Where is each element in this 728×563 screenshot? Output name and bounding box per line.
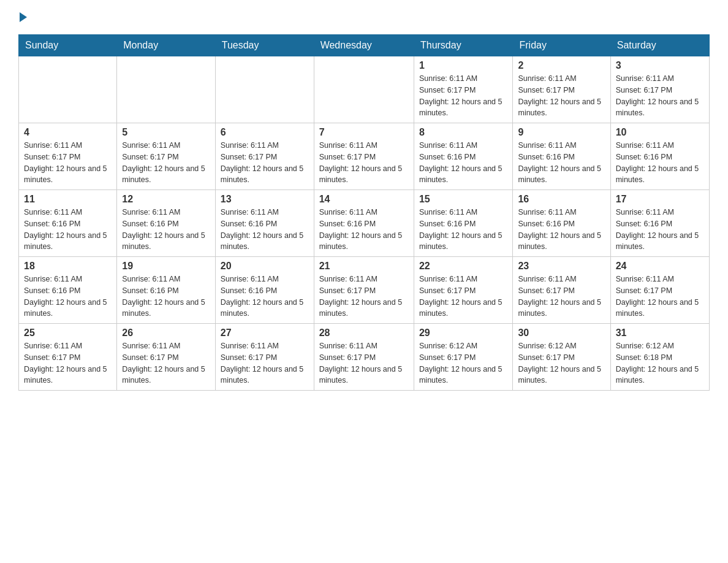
day-info: Sunrise: 6:11 AMSunset: 6:16 PMDaylight:… — [122, 207, 210, 253]
calendar-cell: 17Sunrise: 6:11 AMSunset: 6:16 PMDayligh… — [610, 190, 709, 257]
day-number: 18 — [24, 261, 112, 272]
day-number: 7 — [319, 127, 409, 138]
calendar-cell: 7Sunrise: 6:11 AMSunset: 6:17 PMDaylight… — [314, 123, 414, 190]
day-info: Sunrise: 6:12 AMSunset: 6:17 PMDaylight:… — [518, 340, 605, 386]
day-info: Sunrise: 6:11 AMSunset: 6:16 PMDaylight:… — [518, 207, 605, 253]
day-number: 2 — [518, 60, 605, 71]
day-info: Sunrise: 6:11 AMSunset: 6:17 PMDaylight:… — [122, 140, 210, 186]
day-number: 15 — [419, 194, 508, 205]
calendar-cell — [314, 56, 414, 123]
calendar-week-row: 11Sunrise: 6:11 AMSunset: 6:16 PMDayligh… — [19, 190, 710, 257]
weekday-tuesday: Tuesday — [215, 35, 314, 56]
day-number: 6 — [221, 127, 309, 138]
calendar-cell: 4Sunrise: 6:11 AMSunset: 6:17 PMDaylight… — [19, 123, 117, 190]
calendar-cell: 5Sunrise: 6:11 AMSunset: 6:17 PMDaylight… — [117, 123, 216, 190]
day-info: Sunrise: 6:11 AMSunset: 6:17 PMDaylight:… — [122, 340, 210, 386]
calendar-cell: 25Sunrise: 6:11 AMSunset: 6:17 PMDayligh… — [19, 324, 117, 391]
day-info: Sunrise: 6:11 AMSunset: 6:16 PMDaylight:… — [122, 274, 210, 320]
calendar-cell: 20Sunrise: 6:11 AMSunset: 6:16 PMDayligh… — [215, 257, 314, 324]
day-number: 13 — [221, 194, 309, 205]
day-number: 14 — [319, 194, 409, 205]
day-info: Sunrise: 6:11 AMSunset: 6:17 PMDaylight:… — [24, 140, 112, 186]
day-number: 23 — [518, 261, 605, 272]
calendar-cell: 28Sunrise: 6:11 AMSunset: 6:17 PMDayligh… — [314, 324, 414, 391]
day-number: 29 — [419, 327, 508, 339]
day-info: Sunrise: 6:11 AMSunset: 6:17 PMDaylight:… — [518, 73, 605, 119]
calendar-cell: 27Sunrise: 6:11 AMSunset: 6:17 PMDayligh… — [215, 324, 314, 391]
day-number: 25 — [24, 327, 112, 339]
calendar-cell: 12Sunrise: 6:11 AMSunset: 6:16 PMDayligh… — [117, 190, 216, 257]
day-info: Sunrise: 6:11 AMSunset: 6:16 PMDaylight:… — [419, 207, 508, 253]
day-info: Sunrise: 6:11 AMSunset: 6:16 PMDaylight:… — [24, 207, 112, 253]
calendar-cell: 9Sunrise: 6:11 AMSunset: 6:16 PMDaylight… — [513, 123, 610, 190]
day-info: Sunrise: 6:11 AMSunset: 6:16 PMDaylight:… — [518, 140, 605, 186]
weekday-saturday: Saturday — [610, 35, 709, 56]
calendar-cell: 16Sunrise: 6:11 AMSunset: 6:16 PMDayligh… — [513, 190, 610, 257]
day-number: 27 — [221, 327, 309, 339]
day-number: 4 — [24, 127, 112, 138]
day-info: Sunrise: 6:11 AMSunset: 6:17 PMDaylight:… — [616, 73, 704, 119]
day-info: Sunrise: 6:11 AMSunset: 6:17 PMDaylight:… — [221, 140, 309, 186]
calendar-cell: 30Sunrise: 6:12 AMSunset: 6:17 PMDayligh… — [513, 324, 610, 391]
day-info: Sunrise: 6:11 AMSunset: 6:16 PMDaylight:… — [616, 207, 704, 253]
day-number: 28 — [319, 327, 409, 339]
day-number: 20 — [221, 261, 309, 272]
calendar-cell: 14Sunrise: 6:11 AMSunset: 6:16 PMDayligh… — [314, 190, 414, 257]
calendar-cell — [117, 56, 216, 123]
calendar-cell: 15Sunrise: 6:11 AMSunset: 6:16 PMDayligh… — [414, 190, 513, 257]
day-info: Sunrise: 6:11 AMSunset: 6:17 PMDaylight:… — [24, 340, 112, 386]
day-number: 16 — [518, 194, 605, 205]
calendar-cell: 2Sunrise: 6:11 AMSunset: 6:17 PMDaylight… — [513, 56, 610, 123]
weekday-thursday: Thursday — [414, 35, 513, 56]
day-info: Sunrise: 6:11 AMSunset: 6:17 PMDaylight:… — [319, 140, 409, 186]
logo-arrow-icon — [20, 12, 27, 22]
day-number: 10 — [616, 127, 704, 138]
logo — [18, 12, 28, 22]
day-info: Sunrise: 6:11 AMSunset: 6:17 PMDaylight:… — [518, 274, 605, 320]
calendar-cell: 26Sunrise: 6:11 AMSunset: 6:17 PMDayligh… — [117, 324, 216, 391]
calendar-cell: 10Sunrise: 6:11 AMSunset: 6:16 PMDayligh… — [610, 123, 709, 190]
weekday-sunday: Sunday — [19, 35, 117, 56]
weekday-wednesday: Wednesday — [314, 35, 414, 56]
calendar-cell: 29Sunrise: 6:12 AMSunset: 6:17 PMDayligh… — [414, 324, 513, 391]
day-number: 24 — [616, 261, 704, 272]
day-number: 22 — [419, 261, 508, 272]
day-number: 17 — [616, 194, 704, 205]
calendar-cell: 6Sunrise: 6:11 AMSunset: 6:17 PMDaylight… — [215, 123, 314, 190]
weekday-monday: Monday — [117, 35, 216, 56]
calendar-cell — [19, 56, 117, 123]
calendar-cell: 19Sunrise: 6:11 AMSunset: 6:16 PMDayligh… — [117, 257, 216, 324]
calendar-cell: 3Sunrise: 6:11 AMSunset: 6:17 PMDaylight… — [610, 56, 709, 123]
day-number: 8 — [419, 127, 508, 138]
calendar-week-row: 4Sunrise: 6:11 AMSunset: 6:17 PMDaylight… — [19, 123, 710, 190]
calendar-cell: 1Sunrise: 6:11 AMSunset: 6:17 PMDaylight… — [414, 56, 513, 123]
day-number: 31 — [616, 327, 704, 339]
page-header — [18, 12, 710, 22]
day-info: Sunrise: 6:11 AMSunset: 6:16 PMDaylight:… — [319, 207, 409, 253]
calendar-week-row: 25Sunrise: 6:11 AMSunset: 6:17 PMDayligh… — [19, 324, 710, 391]
calendar-week-row: 1Sunrise: 6:11 AMSunset: 6:17 PMDaylight… — [19, 56, 710, 123]
day-info: Sunrise: 6:11 AMSunset: 6:17 PMDaylight:… — [419, 274, 508, 320]
day-info: Sunrise: 6:11 AMSunset: 6:17 PMDaylight:… — [221, 340, 309, 386]
day-number: 5 — [122, 127, 210, 138]
day-number: 21 — [319, 261, 409, 272]
day-info: Sunrise: 6:11 AMSunset: 6:17 PMDaylight:… — [616, 274, 704, 320]
day-info: Sunrise: 6:11 AMSunset: 6:16 PMDaylight:… — [24, 274, 112, 320]
day-number: 30 — [518, 327, 605, 339]
day-info: Sunrise: 6:12 AMSunset: 6:18 PMDaylight:… — [616, 340, 704, 386]
calendar-table: SundayMondayTuesdayWednesdayThursdayFrid… — [18, 34, 710, 391]
day-info: Sunrise: 6:11 AMSunset: 6:17 PMDaylight:… — [319, 274, 409, 320]
calendar-cell: 18Sunrise: 6:11 AMSunset: 6:16 PMDayligh… — [19, 257, 117, 324]
day-number: 3 — [616, 60, 704, 71]
calendar-cell: 31Sunrise: 6:12 AMSunset: 6:18 PMDayligh… — [610, 324, 709, 391]
calendar-cell: 8Sunrise: 6:11 AMSunset: 6:16 PMDaylight… — [414, 123, 513, 190]
day-number: 9 — [518, 127, 605, 138]
weekday-friday: Friday — [513, 35, 610, 56]
day-info: Sunrise: 6:11 AMSunset: 6:16 PMDaylight:… — [221, 207, 309, 253]
day-number: 1 — [419, 60, 508, 71]
calendar-cell: 24Sunrise: 6:11 AMSunset: 6:17 PMDayligh… — [610, 257, 709, 324]
day-info: Sunrise: 6:12 AMSunset: 6:17 PMDaylight:… — [419, 340, 508, 386]
calendar-cell: 11Sunrise: 6:11 AMSunset: 6:16 PMDayligh… — [19, 190, 117, 257]
weekday-header-row: SundayMondayTuesdayWednesdayThursdayFrid… — [19, 35, 710, 56]
calendar-cell: 21Sunrise: 6:11 AMSunset: 6:17 PMDayligh… — [314, 257, 414, 324]
